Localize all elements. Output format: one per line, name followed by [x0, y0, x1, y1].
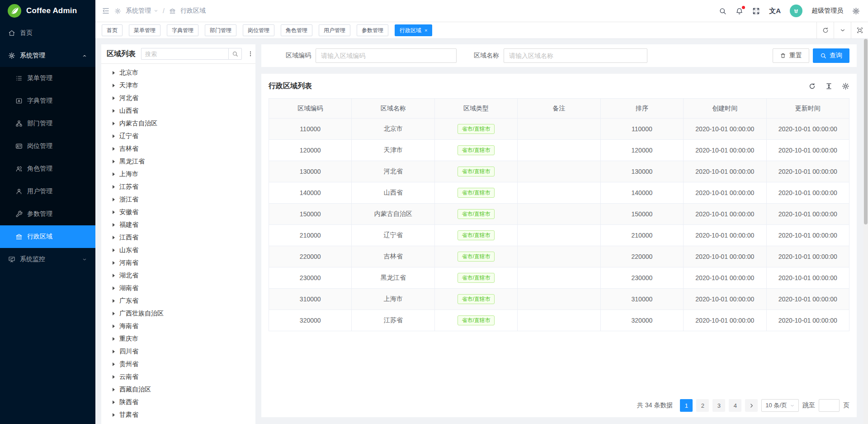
tree-item[interactable]: 四川省: [101, 345, 255, 358]
caret-right-icon[interactable]: [113, 324, 115, 328]
caret-right-icon[interactable]: [113, 286, 115, 290]
region-name-input[interactable]: [504, 48, 647, 63]
chevron-down-icon[interactable]: [834, 22, 851, 38]
tree-item[interactable]: 内蒙古自治区: [101, 117, 255, 130]
caret-right-icon[interactable]: [113, 362, 115, 366]
logo[interactable]: Coffee Admin: [0, 0, 95, 22]
caret-right-icon[interactable]: [113, 96, 115, 100]
notification-bell-icon[interactable]: [736, 7, 743, 15]
search-icon[interactable]: [719, 7, 726, 15]
scrollbar-thumb[interactable]: [864, 39, 868, 224]
tree-item[interactable]: 江西省: [101, 231, 255, 244]
caret-right-icon[interactable]: [113, 147, 115, 151]
caret-right-icon[interactable]: [113, 198, 115, 201]
sidebar-group-monitor[interactable]: 系统监控: [0, 248, 95, 271]
maximize-content-icon[interactable]: [851, 22, 868, 38]
caret-right-icon[interactable]: [113, 172, 115, 176]
caret-right-icon[interactable]: [113, 71, 115, 75]
tree-item[interactable]: 山东省: [101, 244, 255, 257]
tree-item[interactable]: 浙江省: [101, 193, 255, 206]
tab[interactable]: 用户管理: [319, 24, 350, 36]
caret-right-icon[interactable]: [113, 210, 115, 214]
tab[interactable]: 参数管理: [357, 24, 388, 36]
sidebar-group-system[interactable]: 系统管理: [0, 44, 95, 67]
sidebar-item-dict-mgmt[interactable]: 字典管理: [0, 90, 95, 112]
caret-right-icon[interactable]: [113, 84, 115, 87]
tree-search-input[interactable]: [141, 48, 228, 60]
sidebar-item-region-active[interactable]: 行政区域: [0, 225, 95, 248]
tree-item[interactable]: 吉林省: [101, 143, 255, 155]
pagination-page-button[interactable]: 4: [729, 399, 741, 412]
avatar[interactable]: [790, 5, 802, 17]
sidebar-item-param-mgmt[interactable]: 参数管理: [0, 203, 95, 225]
sidebar-item-post-mgmt[interactable]: 岗位管理: [0, 135, 95, 157]
region-code-input[interactable]: [316, 48, 457, 63]
page-scrollbar[interactable]: [863, 39, 868, 424]
caret-right-icon[interactable]: [113, 248, 115, 252]
search-button[interactable]: 查询: [813, 48, 849, 63]
pagination-page-button[interactable]: 3: [712, 399, 725, 412]
sidebar-item-user-mgmt[interactable]: 用户管理: [0, 180, 95, 203]
close-icon[interactable]: ×: [425, 28, 427, 33]
tree-item[interactable]: 江苏省: [101, 181, 255, 193]
tree-item[interactable]: 西藏自治区: [101, 383, 255, 396]
tree-item[interactable]: 福建省: [101, 219, 255, 231]
column-settings-gear-icon[interactable]: [842, 82, 849, 90]
caret-right-icon[interactable]: [113, 413, 115, 417]
breadcrumb-group[interactable]: 系统管理: [126, 7, 158, 15]
caret-right-icon[interactable]: [113, 299, 115, 303]
sidebar-item-home[interactable]: 首页: [0, 22, 95, 44]
caret-right-icon[interactable]: [113, 400, 115, 404]
caret-right-icon[interactable]: [113, 185, 115, 189]
caret-right-icon[interactable]: [113, 388, 115, 391]
jump-to-input[interactable]: [819, 399, 840, 412]
sidebar-item-menu-mgmt[interactable]: 菜单管理: [0, 67, 95, 90]
sidebar-item-role-mgmt[interactable]: 角色管理: [0, 157, 95, 180]
tree-item[interactable]: 上海市: [101, 168, 255, 181]
tree-item[interactable]: 云南省: [101, 371, 255, 383]
tree-item[interactable]: 重庆市: [101, 333, 255, 345]
tree-item[interactable]: 青海省: [101, 421, 255, 424]
caret-right-icon[interactable]: [113, 274, 115, 277]
pagination-page-active[interactable]: 1: [680, 399, 693, 412]
tree-item[interactable]: 河北省: [101, 92, 255, 105]
tab[interactable]: 部门管理: [205, 24, 236, 36]
pagination-page-button[interactable]: 2: [696, 399, 709, 412]
menu-fold-icon[interactable]: [102, 7, 110, 15]
row-density-icon[interactable]: [825, 82, 833, 90]
caret-right-icon[interactable]: [113, 337, 115, 341]
kebab-menu-icon[interactable]: [247, 50, 254, 57]
pagination-next-button[interactable]: [745, 399, 758, 412]
page-size-select[interactable]: 10 条/页: [761, 399, 799, 412]
tree-item[interactable]: 湖南省: [101, 282, 255, 295]
tab[interactable]: 字典管理: [167, 24, 198, 36]
tree-item[interactable]: 北京市: [101, 67, 255, 79]
tree-item[interactable]: 广东省: [101, 295, 255, 307]
tree-item[interactable]: 广西壮族自治区: [101, 307, 255, 320]
tree-search-button[interactable]: [228, 48, 242, 60]
tree-item[interactable]: 安徽省: [101, 206, 255, 219]
username[interactable]: 超级管理员: [811, 7, 843, 15]
tab[interactable]: 首页: [102, 24, 123, 36]
tab[interactable]: 角色管理: [281, 24, 312, 36]
tab[interactable]: 岗位管理: [243, 24, 274, 36]
tree-item[interactable]: 天津市: [101, 79, 255, 92]
tree-item[interactable]: 海南省: [101, 320, 255, 333]
caret-right-icon[interactable]: [113, 160, 115, 163]
caret-right-icon[interactable]: [113, 109, 115, 113]
tree-item[interactable]: 甘肃省: [101, 409, 255, 421]
tree-item[interactable]: 黑龙江省: [101, 155, 255, 168]
tree-item[interactable]: 辽宁省: [101, 130, 255, 143]
tab-active[interactable]: 行政区域 ×: [395, 24, 432, 36]
caret-right-icon[interactable]: [113, 134, 115, 138]
caret-right-icon[interactable]: [113, 223, 115, 227]
caret-right-icon[interactable]: [113, 312, 115, 315]
tree-item[interactable]: 贵州省: [101, 358, 255, 371]
fullscreen-icon[interactable]: [752, 7, 760, 15]
caret-right-icon[interactable]: [113, 236, 115, 239]
tree-item[interactable]: 陕西省: [101, 396, 255, 409]
reset-button[interactable]: 重置: [773, 48, 809, 63]
caret-right-icon[interactable]: [113, 122, 115, 125]
caret-right-icon[interactable]: [113, 375, 115, 379]
refresh-icon[interactable]: [816, 22, 834, 38]
